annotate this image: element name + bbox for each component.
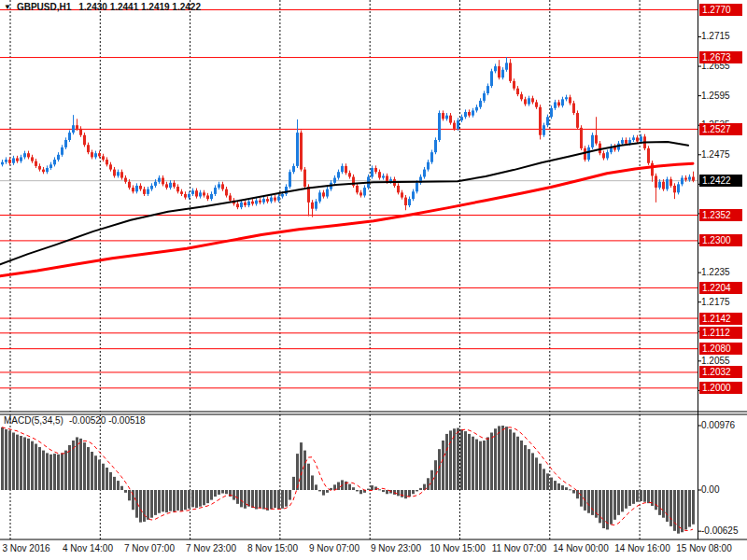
candle-body	[20, 157, 22, 161]
candle-body	[23, 153, 26, 157]
macd-histogram-bar	[76, 437, 78, 490]
macd-histogram-bar	[655, 490, 657, 510]
candle-body	[655, 175, 657, 188]
macd-histogram-bar	[692, 490, 695, 525]
macd-histogram-bar	[591, 490, 594, 515]
time-tick-label: 7 Nov 23:00	[186, 543, 236, 553]
level-price-badge: 1.2142	[699, 313, 742, 325]
macd-histogram-bar	[643, 490, 646, 502]
macd-histogram-bar	[367, 489, 370, 490]
candle-body	[113, 170, 116, 176]
macd-histogram-bar	[322, 490, 325, 496]
macd-tick-label: 0.00976	[701, 420, 735, 430]
macd-histogram-bar	[408, 490, 411, 497]
candle-body	[91, 152, 93, 157]
candle-body	[184, 194, 187, 198]
macd-histogram-bar	[479, 441, 482, 490]
candle-body	[106, 160, 108, 164]
macd-histogram-bar	[218, 490, 220, 495]
macd-histogram-bar	[554, 481, 557, 490]
macd-histogram-bar	[561, 485, 564, 490]
chart-canvas[interactable]	[0, 0, 747, 560]
candle-body	[42, 170, 45, 173]
macd-layer	[1, 426, 695, 534]
macd-name: MACD(5,34,5)	[4, 415, 63, 426]
candle-body	[557, 102, 560, 105]
macd-histogram-bar	[565, 487, 568, 490]
macd-histogram-bar	[494, 428, 497, 490]
macd-histogram-bar	[666, 490, 669, 522]
candle-body	[214, 188, 217, 194]
macd-histogram-bar	[520, 441, 523, 490]
candle-body	[486, 86, 489, 93]
macd-histogram-bar	[539, 464, 542, 490]
candle-body	[165, 184, 168, 188]
macd-histogram-bar	[404, 490, 407, 498]
macd-histogram-bar	[386, 490, 388, 494]
candle-body	[49, 164, 52, 168]
macd-histogram-bar	[46, 453, 49, 490]
macd-histogram-bar	[434, 460, 437, 490]
candle-body	[1, 162, 4, 165]
candle-body	[543, 125, 545, 135]
price-tick-label: 1.2175	[701, 297, 730, 307]
macd-histogram-bar	[35, 444, 37, 490]
level-price-badge: 1.2080	[699, 343, 742, 355]
candle-body	[363, 188, 366, 195]
macd-histogram-bar	[255, 490, 258, 510]
macd-histogram-bar	[628, 490, 631, 506]
macd-histogram-bar	[203, 490, 205, 505]
macd-histogram-bar	[5, 429, 7, 490]
candle-body	[684, 178, 687, 180]
macd-histogram-bar	[247, 490, 250, 507]
macd-histogram-bar	[606, 490, 609, 529]
macd-histogram-bar	[483, 441, 486, 490]
candle-body	[651, 163, 654, 176]
macd-histogram-bar	[472, 437, 474, 490]
candle-body	[647, 148, 650, 163]
candle-body	[31, 157, 34, 161]
candle-body	[468, 112, 471, 116]
candle-body	[371, 168, 374, 176]
candle-body	[311, 203, 314, 209]
macd-histogram-bar	[359, 490, 362, 494]
candle-body	[658, 182, 661, 188]
candle-body	[416, 183, 418, 191]
levels-layer	[0, 10, 698, 388]
macd-histogram-bar	[262, 490, 265, 510]
macd-histogram-bar	[475, 440, 478, 490]
candle-body	[677, 184, 680, 192]
macd-histogram-bar	[311, 475, 314, 490]
macd-histogram-bar	[169, 490, 172, 511]
candle-body	[322, 192, 325, 196]
candle-body	[289, 172, 291, 187]
candle-body	[453, 123, 456, 129]
macd-histogram-bar	[580, 490, 583, 507]
macd-histogram-bar	[147, 490, 149, 520]
candle-body	[602, 153, 605, 158]
macd-histogram-bar	[318, 490, 321, 491]
macd-histogram-bar	[576, 490, 579, 498]
macd-histogram-bar	[412, 490, 415, 494]
candle-body	[531, 98, 534, 102]
time-tick-label: 8 Nov 15:00	[247, 543, 298, 553]
candle-body	[154, 182, 157, 186]
level-price-badge: 1.2352	[699, 209, 742, 221]
candle-body	[255, 201, 258, 204]
candle-body	[632, 137, 635, 140]
candle-body	[509, 63, 512, 80]
macd-values: -0.00520 -0.00518	[69, 415, 146, 426]
macd-histogram-bar	[546, 473, 549, 490]
candle-body	[147, 189, 149, 194]
candle-body	[333, 178, 336, 183]
macd-histogram-bar	[266, 490, 269, 511]
macd-histogram-bar	[524, 445, 527, 490]
macd-histogram-bar	[621, 490, 624, 511]
candle-body	[625, 140, 627, 144]
macd-histogram-bar	[165, 490, 168, 512]
candle-body	[76, 125, 78, 129]
candle-body	[132, 188, 134, 191]
macd-histogram-bar	[109, 472, 112, 490]
time-tick-label: 7 Nov 07:00	[124, 543, 175, 553]
candle-body	[606, 152, 609, 158]
